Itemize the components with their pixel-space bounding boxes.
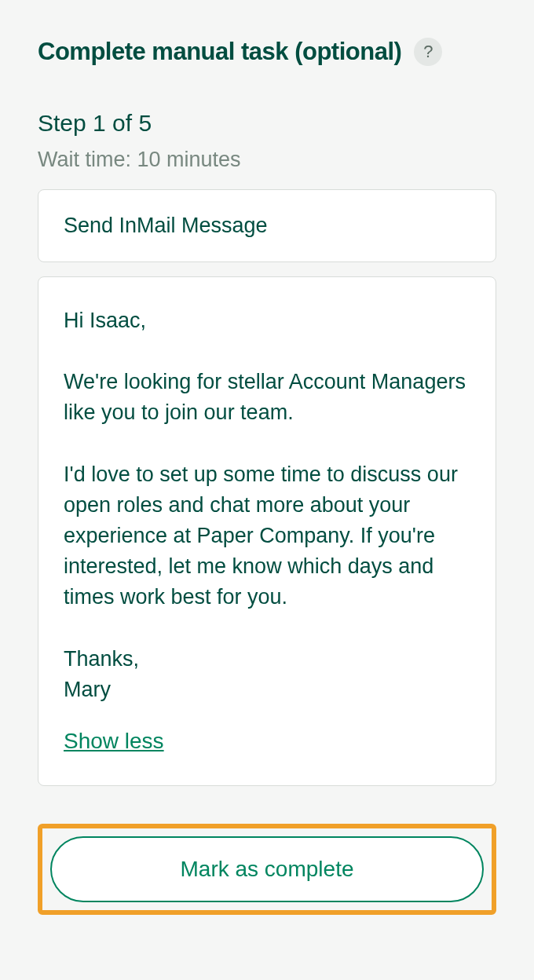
mark-complete-button[interactable]: Mark as complete <box>50 836 484 902</box>
help-icon[interactable]: ? <box>414 38 442 66</box>
page-title: Complete manual task (optional) <box>38 38 401 66</box>
message-body: Hi Isaac, We're looking for stellar Acco… <box>64 305 470 705</box>
show-less-link[interactable]: Show less <box>64 729 164 754</box>
message-box: Hi Isaac, We're looking for stellar Acco… <box>38 276 496 786</box>
subject-text: Send InMail Message <box>64 214 470 238</box>
highlight-box: Mark as complete <box>38 824 496 915</box>
header-row: Complete manual task (optional) ? <box>38 38 496 66</box>
step-label: Step 1 of 5 <box>38 110 496 137</box>
wait-time-label: Wait time: 10 minutes <box>38 148 496 172</box>
subject-box: Send InMail Message <box>38 189 496 262</box>
